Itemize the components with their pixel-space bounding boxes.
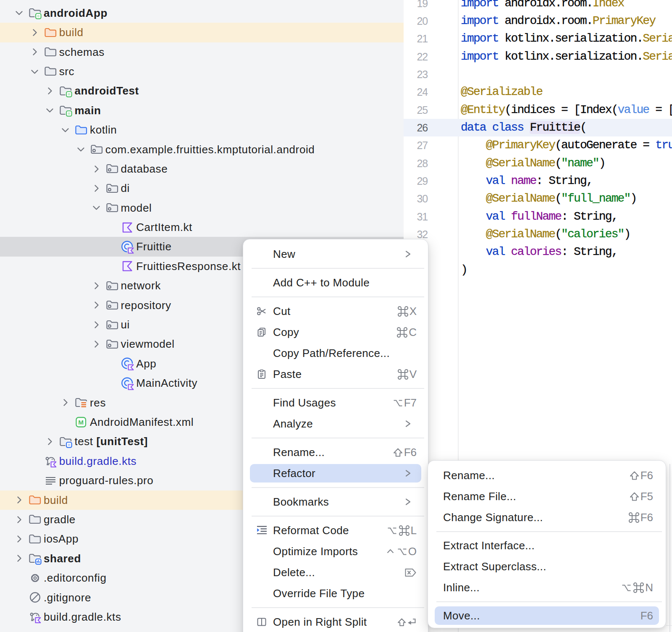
svg-text:M: M bbox=[78, 419, 84, 426]
